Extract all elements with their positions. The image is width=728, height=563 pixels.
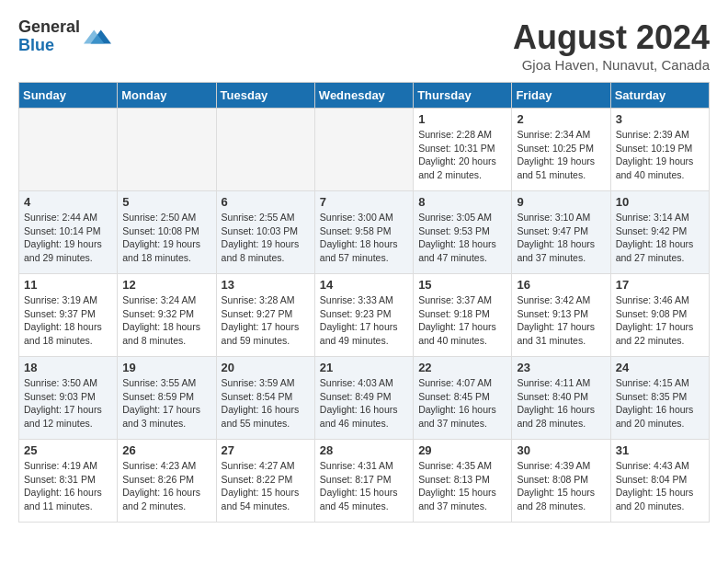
day-number: 8: [418, 195, 506, 209]
day-number: 1: [418, 112, 506, 126]
week-row-5: 25Sunrise: 4:19 AM Sunset: 8:31 PM Dayli…: [19, 440, 710, 523]
day-content: Sunrise: 2:28 AM Sunset: 10:31 PM Daylig…: [418, 128, 506, 182]
day-number: 25: [24, 443, 112, 457]
day-content: Sunrise: 3:55 AM Sunset: 8:59 PM Dayligh…: [122, 376, 210, 431]
day-content: Sunrise: 4:19 AM Sunset: 8:31 PM Dayligh…: [24, 459, 112, 513]
day-number: 13: [222, 278, 310, 292]
day-number: 16: [517, 278, 605, 292]
day-content: Sunrise: 3:46 AM Sunset: 9:08 PM Dayligh…: [616, 293, 704, 348]
empty-cell: [19, 109, 118, 191]
day-content: Sunrise: 4:43 AM Sunset: 8:04 PM Dayligh…: [616, 459, 704, 513]
day-content: Sunrise: 4:27 AM Sunset: 8:22 PM Dayligh…: [222, 459, 310, 513]
day-cell-19: 19Sunrise: 3:55 AM Sunset: 8:59 PM Dayli…: [118, 357, 216, 440]
day-cell-7: 7Sunrise: 3:00 AM Sunset: 9:58 PM Daylig…: [314, 191, 413, 274]
day-header-wednesday: Wednesday: [314, 83, 413, 109]
logo-text: General Blue: [18, 18, 80, 55]
day-number: 27: [222, 443, 310, 457]
calendar-table: SundayMondayTuesdayWednesdayThursdayFrid…: [18, 82, 710, 523]
day-content: Sunrise: 4:03 AM Sunset: 8:49 PM Dayligh…: [320, 376, 408, 431]
day-content: Sunrise: 3:50 AM Sunset: 9:03 PM Dayligh…: [24, 376, 112, 431]
day-cell-18: 18Sunrise: 3:50 AM Sunset: 9:03 PM Dayli…: [19, 357, 118, 440]
day-number: 21: [320, 361, 408, 374]
day-header-saturday: Saturday: [610, 83, 709, 109]
logo-icon: [84, 23, 111, 51]
day-content: Sunrise: 2:39 AM Sunset: 10:19 PM Daylig…: [616, 128, 704, 182]
day-content: Sunrise: 3:05 AM Sunset: 9:53 PM Dayligh…: [418, 211, 506, 265]
header: General Blue August 2024 Gjoa Haven, Nun…: [18, 18, 710, 73]
week-row-3: 11Sunrise: 3:19 AM Sunset: 9:37 PM Dayli…: [19, 274, 710, 357]
day-number: 22: [418, 361, 506, 374]
day-cell-1: 1Sunrise: 2:28 AM Sunset: 10:31 PM Dayli…: [414, 109, 512, 191]
day-cell-8: 8Sunrise: 3:05 AM Sunset: 9:53 PM Daylig…: [414, 191, 512, 274]
day-content: Sunrise: 2:34 AM Sunset: 10:25 PM Daylig…: [517, 128, 605, 182]
day-header-thursday: Thursday: [414, 83, 512, 109]
day-cell-6: 6Sunrise: 2:55 AM Sunset: 10:03 PM Dayli…: [216, 191, 314, 274]
day-number: 23: [517, 361, 605, 374]
empty-cell: [314, 109, 413, 191]
day-number: 4: [24, 195, 112, 209]
day-number: 24: [616, 361, 704, 374]
day-number: 15: [418, 278, 506, 292]
day-content: Sunrise: 3:00 AM Sunset: 9:58 PM Dayligh…: [320, 211, 408, 265]
day-content: Sunrise: 4:23 AM Sunset: 8:26 PM Dayligh…: [122, 459, 210, 513]
day-cell-11: 11Sunrise: 3:19 AM Sunset: 9:37 PM Dayli…: [19, 274, 118, 357]
day-cell-29: 29Sunrise: 4:35 AM Sunset: 8:13 PM Dayli…: [414, 440, 512, 523]
day-cell-27: 27Sunrise: 4:27 AM Sunset: 8:22 PM Dayli…: [216, 440, 314, 523]
week-row-1: 1Sunrise: 2:28 AM Sunset: 10:31 PM Dayli…: [19, 109, 710, 191]
day-cell-4: 4Sunrise: 2:44 AM Sunset: 10:14 PM Dayli…: [19, 191, 118, 274]
day-cell-30: 30Sunrise: 4:39 AM Sunset: 8:08 PM Dayli…: [512, 440, 610, 523]
day-content: Sunrise: 4:15 AM Sunset: 8:35 PM Dayligh…: [616, 376, 704, 431]
day-cell-24: 24Sunrise: 4:15 AM Sunset: 8:35 PM Dayli…: [610, 357, 709, 440]
day-content: Sunrise: 4:39 AM Sunset: 8:08 PM Dayligh…: [517, 459, 605, 513]
month-title: August 2024: [513, 18, 710, 57]
logo: General Blue: [18, 18, 111, 55]
day-content: Sunrise: 3:42 AM Sunset: 9:13 PM Dayligh…: [517, 293, 605, 348]
day-number: 12: [122, 278, 210, 292]
week-row-4: 18Sunrise: 3:50 AM Sunset: 9:03 PM Dayli…: [19, 357, 710, 440]
header-row: SundayMondayTuesdayWednesdayThursdayFrid…: [19, 83, 710, 109]
day-cell-25: 25Sunrise: 4:19 AM Sunset: 8:31 PM Dayli…: [19, 440, 118, 523]
week-row-2: 4Sunrise: 2:44 AM Sunset: 10:14 PM Dayli…: [19, 191, 710, 274]
day-number: 20: [222, 361, 310, 374]
day-number: 9: [517, 195, 605, 209]
day-content: Sunrise: 3:10 AM Sunset: 9:47 PM Dayligh…: [517, 211, 605, 265]
day-content: Sunrise: 4:35 AM Sunset: 8:13 PM Dayligh…: [418, 459, 506, 513]
day-number: 6: [222, 195, 310, 209]
day-cell-22: 22Sunrise: 4:07 AM Sunset: 8:45 PM Dayli…: [414, 357, 512, 440]
day-number: 3: [616, 112, 704, 126]
empty-cell: [216, 109, 314, 191]
day-cell-17: 17Sunrise: 3:46 AM Sunset: 9:08 PM Dayli…: [610, 274, 709, 357]
day-content: Sunrise: 4:11 AM Sunset: 8:40 PM Dayligh…: [517, 376, 605, 431]
day-content: Sunrise: 3:19 AM Sunset: 9:37 PM Dayligh…: [24, 293, 112, 348]
day-content: Sunrise: 3:37 AM Sunset: 9:18 PM Dayligh…: [418, 293, 506, 348]
day-cell-2: 2Sunrise: 2:34 AM Sunset: 10:25 PM Dayli…: [512, 109, 610, 191]
logo-general: General: [18, 18, 80, 37]
day-content: Sunrise: 2:50 AM Sunset: 10:08 PM Daylig…: [122, 211, 210, 265]
day-cell-20: 20Sunrise: 3:59 AM Sunset: 8:54 PM Dayli…: [216, 357, 314, 440]
day-cell-23: 23Sunrise: 4:11 AM Sunset: 8:40 PM Dayli…: [512, 357, 610, 440]
day-number: 18: [24, 361, 112, 374]
day-number: 10: [616, 195, 704, 209]
day-cell-28: 28Sunrise: 4:31 AM Sunset: 8:17 PM Dayli…: [314, 440, 413, 523]
day-content: Sunrise: 3:33 AM Sunset: 9:23 PM Dayligh…: [320, 293, 408, 348]
day-cell-10: 10Sunrise: 3:14 AM Sunset: 9:42 PM Dayli…: [610, 191, 709, 274]
day-content: Sunrise: 3:28 AM Sunset: 9:27 PM Dayligh…: [222, 293, 310, 348]
logo-blue: Blue: [18, 37, 80, 55]
day-cell-31: 31Sunrise: 4:43 AM Sunset: 8:04 PM Dayli…: [610, 440, 709, 523]
day-cell-15: 15Sunrise: 3:37 AM Sunset: 9:18 PM Dayli…: [414, 274, 512, 357]
day-cell-26: 26Sunrise: 4:23 AM Sunset: 8:26 PM Dayli…: [118, 440, 216, 523]
day-cell-13: 13Sunrise: 3:28 AM Sunset: 9:27 PM Dayli…: [216, 274, 314, 357]
day-cell-5: 5Sunrise: 2:50 AM Sunset: 10:08 PM Dayli…: [118, 191, 216, 274]
day-number: 31: [616, 443, 704, 457]
day-content: Sunrise: 3:59 AM Sunset: 8:54 PM Dayligh…: [222, 376, 310, 431]
day-number: 2: [517, 112, 605, 126]
day-number: 14: [320, 278, 408, 292]
day-number: 19: [122, 361, 210, 374]
day-number: 26: [122, 443, 210, 457]
day-cell-21: 21Sunrise: 4:03 AM Sunset: 8:49 PM Dayli…: [314, 357, 413, 440]
day-content: Sunrise: 2:55 AM Sunset: 10:03 PM Daylig…: [222, 211, 310, 265]
day-content: Sunrise: 2:44 AM Sunset: 10:14 PM Daylig…: [24, 211, 112, 265]
day-cell-9: 9Sunrise: 3:10 AM Sunset: 9:47 PM Daylig…: [512, 191, 610, 274]
day-content: Sunrise: 4:31 AM Sunset: 8:17 PM Dayligh…: [320, 459, 408, 513]
day-header-friday: Friday: [512, 83, 610, 109]
